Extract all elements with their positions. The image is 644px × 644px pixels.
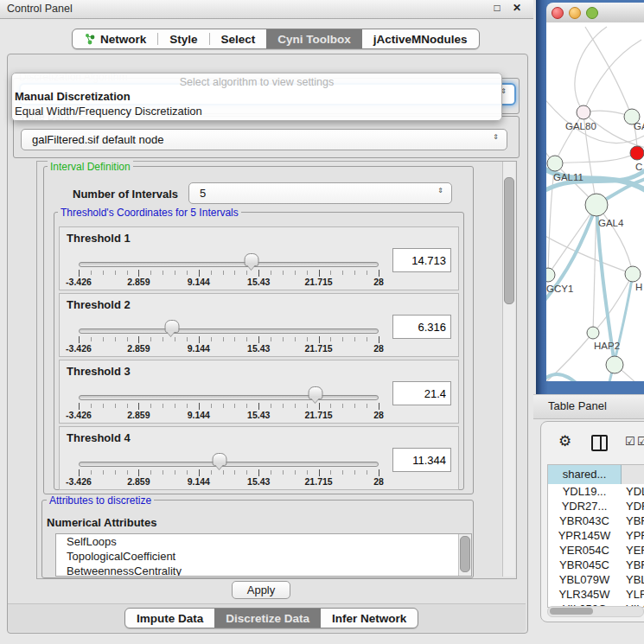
numerical-attributes-list: SelfLoops TopologicalCoefficient Between… (55, 533, 472, 577)
node-gal11[interactable] (547, 156, 563, 171)
node-label: GA (634, 121, 644, 131)
tab-impute-data[interactable]: Impute Data (125, 609, 214, 628)
scrollbar-thumb[interactable] (504, 177, 514, 304)
node-table: shared... na YDL19...YDL1 YDR27...YDR2 Y… (547, 464, 644, 608)
top-tabbar: Network Style Select Cyni Toolbox jActiv… (72, 29, 480, 49)
number-of-intervals-label: Number of Intervals (73, 188, 178, 201)
number-of-intervals-value: 5 (200, 187, 206, 200)
tab-discretize-data[interactable]: Discretize Data (214, 609, 321, 628)
node-selected-red[interactable] (630, 146, 644, 160)
threshold-slider-thumb[interactable] (164, 320, 179, 333)
table-row[interactable]: YDR27...YDR2 (548, 499, 644, 513)
table-row[interactable]: YLR345WYLR3 (548, 587, 644, 602)
dropdown-option-equal-width[interactable]: Equal Width/Frequency Discretization (15, 105, 202, 118)
table-data-combobox[interactable]: galFiltered.sif default node ⇕ (21, 129, 507, 150)
checkbox-icon[interactable]: ☑ (625, 435, 635, 448)
number-of-intervals-spinner[interactable]: 5 ⇕ (188, 182, 452, 204)
scrollbar-thumb[interactable] (460, 536, 470, 572)
float-window-icon[interactable]: □ (490, 2, 504, 16)
threshold-slider-track[interactable] (79, 462, 379, 467)
checkbox-icon[interactable]: ☑ (637, 435, 644, 448)
tab-style[interactable]: Style (158, 29, 208, 48)
slider-ticks (79, 337, 379, 341)
threshold-4-panel: Threshold 4 -3.426 2.859 9.144 15.43 21.… (59, 426, 459, 490)
list-item[interactable]: BetweennessCentrality (56, 564, 471, 577)
table-row[interactable]: YER054CYER0 (548, 543, 644, 558)
apply-button[interactable]: Apply (232, 581, 290, 599)
slider-ticks (79, 470, 379, 475)
threshold-1-panel: Threshold 1 -3.426 2.859 9.144 15.43 21.… (59, 226, 459, 290)
network-window-titlebar (546, 3, 644, 23)
tab-select[interactable]: Select (210, 29, 267, 48)
columns-icon[interactable] (591, 435, 608, 451)
node-label: GAL4 (598, 218, 624, 228)
table-panel-title: Table Panel (548, 399, 607, 412)
zoom-traffic-light-icon[interactable] (586, 7, 598, 19)
threshold-2-panel: Threshold 2 -3.426 2.859 9.144 15.43 21.… (59, 293, 459, 357)
scrollbar-thumb[interactable] (550, 608, 593, 615)
spinner-icon: ⇕ (493, 134, 499, 141)
threshold-slider-track[interactable] (79, 262, 379, 267)
node-gal80[interactable] (577, 105, 590, 119)
column-header-shared-name[interactable]: shared... (548, 465, 622, 484)
threshold-3-panel: Threshold 3 -3.426 2.859 9.144 15.43 21.… (59, 360, 459, 424)
node-label: GCY1 (546, 284, 573, 294)
network-canvas[interactable]: GAL80 GA C GAL11 GAL4 GCY1 H HAP2 (546, 22, 644, 381)
numerical-attributes-label: Numerical Attributes (47, 516, 156, 529)
threshold-slider-thumb[interactable] (213, 453, 227, 466)
threshold-slider-thumb[interactable] (245, 253, 259, 266)
threshold-value-input[interactable] (392, 315, 451, 339)
table-panel-container: ⚙ ☑ ☑ shared... na YDL19...YDL1 YDR27...… (540, 421, 644, 622)
thresholds-group-title: Threshold's Coordinates for 5 Intervals (58, 207, 241, 219)
table-panel-bar: Table Panel (533, 394, 644, 419)
node-label: GAL11 (553, 172, 583, 182)
node-label: H (635, 282, 642, 292)
dropdown-option-manual-discretization[interactable]: Manual Discretization (15, 90, 131, 103)
threshold-value-input[interactable] (392, 448, 451, 472)
spinner-icon: ⇕ (437, 188, 443, 194)
threshold-value-input[interactable] (392, 248, 451, 272)
node-hap2[interactable] (587, 327, 599, 339)
list-item[interactable]: TopologicalCoefficient (56, 549, 471, 564)
bottom-tabbar: Impute Data Discretize Data Infer Networ… (124, 608, 418, 628)
algorithm-dropdown-popup: Select algorithm to view settings Manual… (11, 73, 502, 121)
list-vertical-scrollbar[interactable] (458, 534, 471, 576)
node-gcy1[interactable] (546, 268, 555, 282)
network-graph: GAL80 GA C GAL11 GAL4 GCY1 H HAP2 (546, 22, 644, 381)
threshold-slider-thumb[interactable] (309, 386, 323, 399)
threshold-value-input[interactable] (392, 381, 451, 405)
tab-network[interactable]: Network (73, 29, 157, 48)
table-row[interactable]: YBL079WYBL0 (548, 572, 644, 587)
tab-cyni-toolbox[interactable]: Cyni Toolbox (266, 29, 362, 48)
control-panel-title: Control Panel (7, 3, 73, 15)
close-traffic-light-icon[interactable] (552, 7, 564, 19)
settings-vertical-scrollbar[interactable] (502, 162, 515, 577)
node-label: C (635, 162, 642, 172)
node-h[interactable] (625, 266, 641, 282)
close-icon[interactable]: ✕ (510, 2, 524, 16)
node-label: GAL80 (565, 121, 596, 131)
node-label: HAP2 (594, 341, 620, 351)
table-row[interactable]: YBR043CYBR0 (548, 513, 644, 528)
threshold-slider-track[interactable] (79, 328, 379, 334)
list-item[interactable]: SelfLoops (56, 534, 471, 549)
table-horizontal-scrollbar[interactable] (547, 606, 644, 617)
threshold-slider-track[interactable] (79, 395, 379, 400)
table-row[interactable]: YDL19...YDL1 (548, 484, 644, 499)
minimize-traffic-light-icon[interactable] (569, 7, 581, 19)
slider-ticks (79, 404, 379, 408)
application-window: Control Panel □ ✕ Network Style Select C… (0, 0, 644, 644)
tab-jactivemnodules[interactable]: jActiveMNodules (362, 29, 479, 48)
control-panel-titlebar: Control Panel □ ✕ (0, 0, 533, 19)
gear-icon[interactable]: ⚙ (558, 432, 571, 450)
table-row[interactable]: YBR045CYBR0 (548, 558, 644, 572)
column-header-name[interactable]: na (622, 465, 644, 484)
table-row[interactable]: YPR145WYPR1 (548, 528, 644, 543)
node-unlabeled[interactable] (606, 356, 623, 373)
interval-definition-title: Interval Definition (48, 161, 133, 173)
tab-infer-network[interactable]: Infer Network (321, 609, 418, 628)
dropdown-placeholder: Select algorithm to view settings (12, 76, 501, 88)
node-gal4[interactable] (585, 194, 608, 216)
slider-ticks (79, 271, 379, 275)
table-data-value: galFiltered.sif default node (32, 133, 163, 146)
